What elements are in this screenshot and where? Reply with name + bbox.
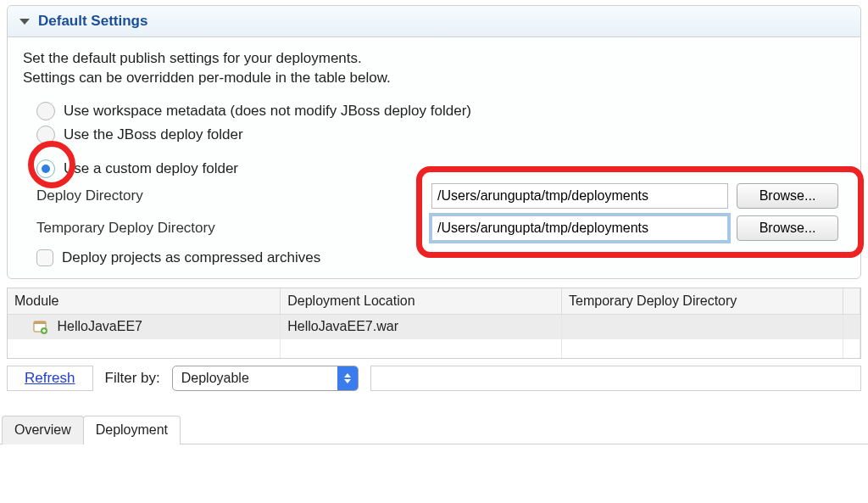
tab-overview[interactable]: Overview [2,416,84,444]
radio-icon-selected [36,159,55,178]
filter-text-input[interactable] [370,366,861,391]
col-spacer [843,288,860,315]
radio-label: Use workspace metadata (does not modify … [64,103,471,120]
chevron-down-icon [19,19,30,25]
deploy-dir-label: Deploy Directory [36,187,426,204]
compressed-checkbox-row[interactable]: Deploy projects as compressed archives [36,249,847,266]
browse-deploy-button[interactable]: Browse... [737,183,838,209]
temp-dir-input[interactable] [431,215,728,241]
filter-select-value: Deployable [173,371,337,386]
panel-title: Default Settings [38,13,147,30]
module-temp [562,314,843,338]
checkbox-icon [36,249,53,266]
radio-workspace[interactable]: Use workspace metadata (does not modify … [23,102,847,120]
refresh-box: Refresh [7,366,93,391]
table-row[interactable]: HelloJavaEE7 HelloJavaEE7.war [8,314,860,338]
radio-custom[interactable]: Use a custom deploy folder [23,159,847,178]
filter-bar: Refresh Filter by: Deployable [7,366,861,391]
module-icon [33,320,48,335]
directory-grid: Deploy Directory Browse... Temporary Dep… [36,183,847,241]
deploy-dir-input[interactable] [431,183,728,209]
annotation-box [416,166,864,258]
tab-deployment[interactable]: Deployment [83,416,181,444]
default-settings-panel: Default Settings Set the default publish… [7,5,861,279]
svg-rect-1 [34,321,46,324]
tab-bar: Overview Deployment [0,415,868,444]
radio-label: Use the JBoss deploy folder [64,126,243,143]
intro-line-1: Set the default publish settings for you… [23,50,362,66]
radio-label: Use a custom deploy folder [64,160,238,177]
col-module[interactable]: Module [8,288,281,315]
radio-icon [36,126,55,144]
radio-dot-icon [42,165,50,173]
table-row-empty [8,339,860,358]
temp-dir-label: Temporary Deploy Directory [36,220,426,237]
intro-line-2: Settings can be overridden per-module in… [23,70,391,86]
checkbox-label: Deploy projects as compressed archives [62,249,320,266]
refresh-link[interactable]: Refresh [25,370,75,386]
radio-icon [36,102,55,120]
select-stepper-icon [337,366,358,390]
browse-temp-button[interactable]: Browse... [737,215,838,241]
col-location[interactable]: Deployment Location [281,288,562,315]
module-name: HelloJavaEE7 [57,319,142,333]
intro-text: Set the default publish settings for you… [23,49,847,88]
col-temp[interactable]: Temporary Deploy Directory [562,288,843,315]
panel-header[interactable]: Default Settings [8,6,860,37]
panel-body: Set the default publish settings for you… [8,37,860,278]
radio-jboss[interactable]: Use the JBoss deploy folder [23,126,847,144]
modules-table: Module Deployment Location Temporary Dep… [7,288,861,359]
filter-select[interactable]: Deployable [172,366,359,391]
filter-label: Filter by: [105,370,160,387]
module-location: HelloJavaEE7.war [281,314,562,338]
